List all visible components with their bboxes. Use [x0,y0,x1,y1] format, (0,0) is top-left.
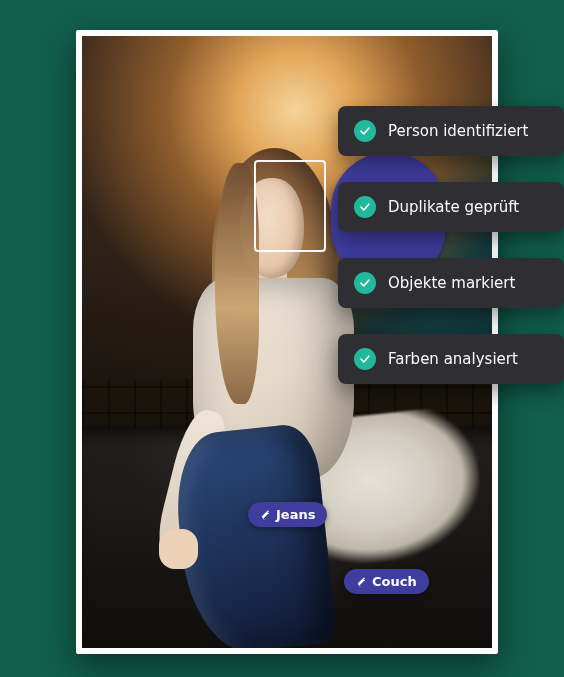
tag-label: Couch [372,574,417,589]
tag-object-jeans[interactable]: Jeans [248,502,327,527]
status-chip-duplicates-checked: Duplikate geprüft [338,182,564,232]
check-icon [354,196,376,218]
status-label: Person identifiziert [388,122,528,140]
status-chip-objects-marked: Objekte markiert [338,258,564,308]
status-label: Duplikate geprüft [388,198,519,216]
tag-object-couch[interactable]: Couch [344,569,429,594]
status-label: Objekte markiert [388,274,515,292]
status-chip-person-identified: Person identifiziert [338,106,564,156]
tag-icon [257,508,270,521]
tag-icon [353,575,366,588]
status-chip-colors-analyzed: Farben analysiert [338,334,564,384]
tag-label: Jeans [276,507,315,522]
analysis-status-list: Person identifiziert Duplikate geprüft O… [338,106,564,384]
check-icon [354,120,376,142]
check-icon [354,348,376,370]
check-icon [354,272,376,294]
status-label: Farben analysiert [388,350,518,368]
